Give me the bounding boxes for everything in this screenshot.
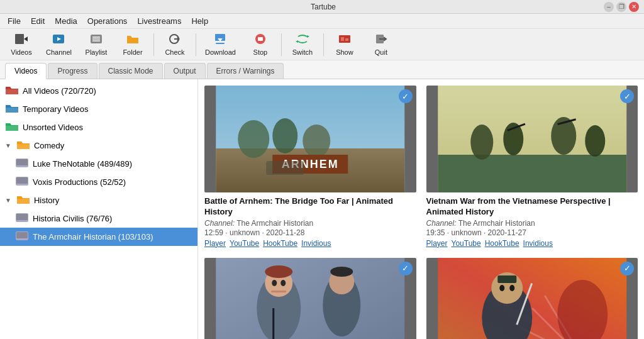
video-card-vietnam[interactable]: ✓Vietnam War from the Vietnamese Perspec… — [426, 86, 638, 248]
video-links-vietnam: PlayerYouTubeHookTubeInvidious — [426, 239, 638, 248]
video-link-youtube-arnhem[interactable]: YouTube — [230, 239, 259, 248]
channel-icon-armchair — [15, 230, 29, 243]
svg-point-38 — [238, 120, 269, 158]
video-card-arnhem[interactable]: ARNHEM ✓Battle of Arnhem: The Bridge Too… — [204, 86, 416, 248]
video-card-russia[interactable]: ✓Russia VideoChannel: The Armchair Histo… — [204, 258, 416, 339]
svg-rect-20 — [341, 37, 344, 41]
sidebar-item-unsorted-videos[interactable]: Unsorted Videos — [0, 118, 197, 136]
svg-marker-1 — [24, 36, 28, 42]
toolbar: VideosChannelPlaylistFolderCheckDownload… — [0, 29, 644, 60]
video-meta-vietnam: 19:35 · unknown · 2020-11-27 — [426, 228, 638, 237]
download-icon — [213, 33, 227, 47]
video-channel-arnhem: Channel: The Armchair Historian — [204, 219, 416, 228]
show-icon — [338, 33, 352, 47]
video-check-icon-arnhem: ✓ — [399, 89, 413, 103]
stop-icon — [253, 33, 267, 47]
video-card-japan[interactable]: ✓Japan VideoChannel: The Armchair Histor… — [426, 258, 638, 339]
toolbar-btn-playlist[interactable]: Playlist — [79, 31, 114, 58]
sidebar-item-historia[interactable]: Historia Civilis (76/76) — [0, 209, 197, 228]
toolbar-btn-playlist-label: Playlist — [86, 48, 108, 56]
toolbar-separator — [153, 33, 154, 56]
folder-icon — [126, 33, 140, 47]
menu-item-livestreams[interactable]: Livestreams — [132, 15, 186, 27]
sidebar-item-luke[interactable]: Luke TheNotable (489/489) — [0, 155, 197, 173]
expand-arrow-icon: ▼ — [5, 142, 11, 149]
sidebar-item-label-luke: Luke TheNotable (489/489) — [33, 159, 132, 169]
window-title: Tartube — [43, 3, 604, 11]
svg-rect-16 — [258, 37, 263, 41]
maximize-button[interactable]: ❐ — [616, 2, 626, 12]
video-grid: ARNHEM ✓Battle of Arnhem: The Bridge Too… — [204, 86, 638, 339]
toolbar-btn-quit[interactable]: Quit — [364, 31, 399, 58]
toolbar-btn-videos[interactable]: Videos — [4, 31, 39, 58]
video-link-hooktube-vietnam[interactable]: HookTube — [485, 239, 519, 248]
svg-point-61 — [330, 267, 353, 277]
toolbar-btn-check[interactable]: Check — [157, 31, 192, 58]
video-link-invidious-vietnam[interactable]: Invidious — [523, 239, 553, 248]
menu-item-operations[interactable]: Operations — [82, 15, 133, 27]
toolbar-btn-show[interactable]: Show — [327, 31, 362, 58]
svg-point-56 — [272, 280, 277, 286]
menu-item-edit[interactable]: Edit — [26, 15, 50, 27]
close-button[interactable]: ✕ — [629, 2, 639, 12]
svg-point-39 — [272, 118, 297, 153]
tab-output[interactable]: Output — [164, 63, 206, 79]
folder-icon-temp-videos — [5, 103, 19, 116]
tab-classic-mode[interactable]: Classic Mode — [99, 63, 163, 79]
svg-rect-31 — [16, 214, 28, 220]
toolbar-btn-check-label: Check — [165, 48, 184, 56]
toolbar-btn-folder[interactable]: Folder — [115, 31, 150, 58]
menu-item-help[interactable]: Help — [186, 15, 213, 27]
video-check-icon-japan: ✓ — [620, 262, 634, 275]
tab-videos[interactable]: Videos — [5, 63, 47, 79]
video-link-hooktube-arnhem[interactable]: HookTube — [263, 239, 297, 248]
minimize-button[interactable]: – — [604, 2, 614, 12]
video-link-player-arnhem[interactable]: Player — [204, 239, 226, 248]
menu-item-file[interactable]: File — [3, 15, 26, 27]
toolbar-btn-channel[interactable]: Channel — [40, 31, 77, 58]
svg-point-46 — [470, 125, 493, 160]
sidebar-item-armchair[interactable]: The Armchair Historian (103/103) — [0, 228, 197, 246]
toolbar-btn-download[interactable]: Download — [199, 31, 242, 58]
folder-icon-comedy — [16, 139, 30, 152]
toolbar-btn-download-label: Download — [205, 48, 236, 56]
svg-rect-14 — [216, 43, 225, 44]
check-icon — [168, 33, 182, 47]
channel-icon — [52, 33, 65, 47]
svg-point-71 — [499, 285, 504, 291]
video-link-player-vietnam[interactable]: Player — [426, 239, 448, 248]
svg-point-57 — [280, 280, 286, 286]
svg-rect-70 — [497, 275, 516, 283]
sidebar-item-all-videos[interactable]: All Videos (720/720) — [0, 82, 197, 100]
video-link-youtube-vietnam[interactable]: YouTube — [452, 239, 481, 248]
tab-progress[interactable]: Progress — [48, 63, 97, 79]
svg-rect-58 — [271, 291, 286, 292]
sidebar-item-label-all-videos: All Videos (720/720) — [23, 86, 96, 96]
svg-point-55 — [265, 265, 292, 278]
sidebar-item-voxis[interactable]: Voxis Productions (52/52) — [0, 173, 197, 191]
svg-rect-52 — [216, 258, 404, 339]
video-meta-arnhem: 12:59 · unknown · 2020-11-28 — [204, 228, 416, 237]
sidebar-item-comedy[interactable]: ▼Comedy — [0, 136, 197, 155]
sidebar-item-label-unsorted-videos: Unsorted Videos — [23, 123, 83, 132]
tab-errors-warnings[interactable]: Errors / Warnings — [207, 63, 284, 79]
svg-rect-21 — [345, 38, 348, 41]
video-thumb-arnhem: ARNHEM ✓ — [204, 86, 416, 192]
svg-point-49 — [585, 125, 605, 157]
toolbar-btn-folder-label: Folder — [123, 48, 142, 56]
sidebar-item-temp-videos[interactable]: Temporary Videos — [0, 100, 197, 118]
svg-rect-43 — [266, 161, 304, 175]
video-link-invidious-arnhem[interactable]: Invidious — [301, 239, 331, 248]
sidebar-item-history[interactable]: ▼History — [0, 191, 197, 209]
toolbar-btn-switch[interactable]: Switch — [285, 31, 320, 58]
svg-rect-32 — [20, 221, 24, 222]
menu-item-media[interactable]: Media — [50, 15, 82, 27]
window-controls: – ❐ ✕ — [604, 2, 639, 12]
channel-icon-historia — [15, 212, 29, 225]
toolbar-btn-stop[interactable]: Stop — [243, 31, 278, 58]
svg-rect-29 — [20, 184, 24, 186]
toolbar-btn-stop-label: Stop — [253, 48, 268, 56]
svg-rect-28 — [16, 177, 28, 184]
sidebar-item-label-armchair: The Armchair Historian (103/103) — [33, 232, 153, 242]
folder-icon-history — [16, 194, 30, 207]
